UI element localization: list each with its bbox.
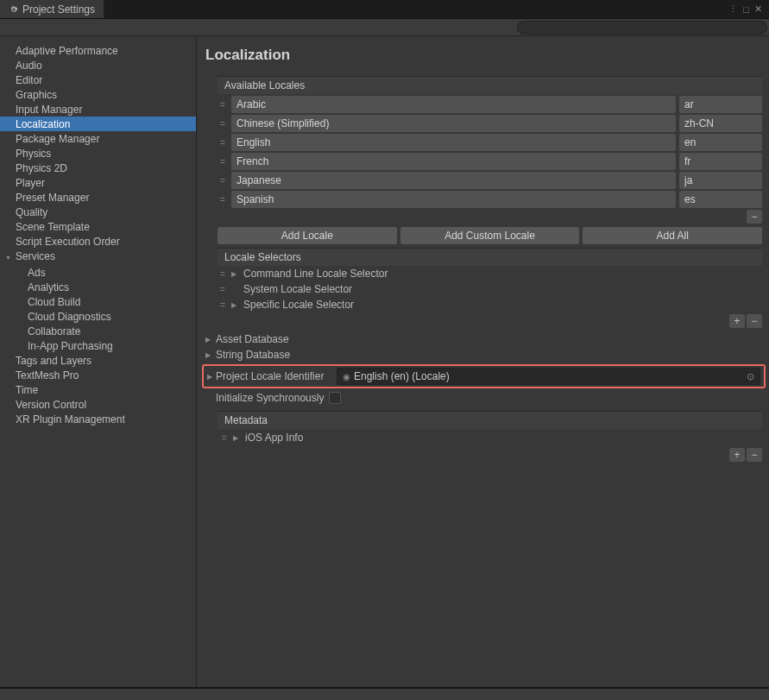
sidebar-item-adaptive-performance[interactable]: Adaptive Performance [0,43,196,58]
foldout-icon[interactable]: ▶ [207,373,216,381]
add-all-button[interactable]: Add All [583,227,762,244]
foldout-icon: ▶ [233,434,242,442]
drag-handle-icon[interactable]: = [217,176,228,186]
foldout-icon: ▶ [205,351,214,359]
selector-list: =▶Command Line Locale Selector=System Lo… [205,266,762,312]
locale-row: = [217,96,762,113]
sidebar-item-collaborate[interactable]: Collaborate [0,324,196,338]
sidebar-item-scene-template[interactable]: Scene Template [0,219,196,234]
locale-asset-icon: ◉ [343,372,350,382]
drag-handle-icon[interactable]: = [219,433,230,443]
init-sync-checkbox[interactable] [329,392,341,404]
sidebar-item-editor[interactable]: Editor [0,73,196,87]
gear-icon [9,3,19,16]
locale-name-field[interactable] [231,96,676,113]
sidebar-item-physics[interactable]: Physics [0,146,196,161]
drag-handle-icon[interactable]: = [217,195,228,205]
drag-handle-icon[interactable]: = [217,285,228,294]
locale-name-field[interactable] [231,134,676,151]
drag-handle-icon[interactable]: = [217,300,228,310]
sidebar-item-player[interactable]: Player [0,175,196,190]
page-title: Localization [205,47,762,64]
sidebar-item-localization[interactable]: Localization [0,117,196,131]
selector-label: System Locale Selector [243,283,352,295]
sidebar-item-in-app-purchasing[interactable]: In-App Purchasing [0,338,196,353]
locale-name-field[interactable] [231,153,676,170]
locale-name-field[interactable] [231,115,676,132]
selector-label: Specific Locale Selector [243,299,354,311]
tab-project-settings[interactable]: Project Settings [0,0,104,18]
add-metadata-button[interactable]: + [729,448,745,462]
asset-database-row[interactable]: ▶ Asset Database [205,331,762,347]
add-custom-locale-button[interactable]: Add Custom Locale [400,227,580,244]
available-locales-header: Available Locales [217,76,762,94]
project-locale-id-field[interactable]: ◉English (en) (Locale) ⊙ [337,368,760,385]
add-selector-button[interactable]: + [729,314,745,328]
tab-bar: Project Settings ⋮ □ ✕ [0,0,769,19]
sidebar-item-textmesh-pro[interactable]: TextMesh Pro [0,368,196,382]
maximize-icon[interactable]: □ [741,4,751,15]
foldout-icon: ▶ [231,270,240,278]
locale-name-field[interactable] [231,191,676,208]
project-locale-identifier-row: ▶ Project Locale Identifier ◉English (en… [202,364,766,388]
project-locale-id-label: Project Locale Identifier [216,370,331,382]
remove-selector-button[interactable]: − [747,314,762,328]
sidebar-item-time[interactable]: Time [0,382,196,397]
selector-row[interactable]: =▶Specific Locale Selector [205,297,762,312]
remove-metadata-button[interactable]: − [747,448,762,462]
window-controls: ⋮ □ ✕ [722,0,769,18]
drag-handle-icon[interactable]: = [217,100,228,110]
locale-row: = [217,172,762,189]
tab-bar-empty [104,0,722,18]
sidebar-item-analytics[interactable]: Analytics [0,280,196,294]
locale-row: = [217,191,762,208]
locale-code-field[interactable] [679,115,762,132]
locale-code-field[interactable] [679,134,762,151]
drag-handle-icon[interactable]: = [217,269,228,279]
locale-code-field[interactable] [679,153,762,170]
drag-handle-icon[interactable]: = [217,138,228,148]
selector-row[interactable]: =▶Command Line Locale Selector [205,266,762,281]
selector-row[interactable]: =System Locale Selector [205,281,762,297]
locale-row: = [217,153,762,170]
object-picker-icon[interactable]: ⊙ [747,371,754,382]
metadata-header: Metadata [217,411,762,429]
menu-icon[interactable]: ⋮ [727,3,740,15]
sidebar-item-audio[interactable]: Audio [0,58,196,73]
initialize-synchronously-row: Initialize Synchronously [205,390,762,406]
tab-label: Project Settings [22,3,95,16]
locale-list: ====== [217,96,762,208]
string-database-row[interactable]: ▶ String Database [205,347,762,363]
sidebar-item-preset-manager[interactable]: Preset Manager [0,190,196,205]
content-area: Localization Available Locales ====== − … [197,36,769,687]
search-input[interactable] [517,21,767,35]
sidebar-item-ads[interactable]: Ads [0,265,196,280]
drag-handle-icon[interactable]: = [217,157,228,167]
drag-handle-icon[interactable]: = [217,119,228,129]
sidebar-item-package-manager[interactable]: Package Manager [0,131,196,146]
locale-code-field[interactable] [679,172,762,189]
sidebar-item-cloud-build[interactable]: Cloud Build [0,294,196,309]
locale-name-field[interactable] [231,172,676,189]
sidebar-item-xr-plugin-management[interactable]: XR Plugin Management [0,412,196,426]
sidebar-item-tags-and-layers[interactable]: Tags and Layers [0,353,196,368]
locale-code-field[interactable] [679,96,762,113]
selector-label: Command Line Locale Selector [243,268,388,280]
sidebar-item-graphics[interactable]: Graphics [0,87,196,102]
sidebar-item-script-execution-order[interactable]: Script Execution Order [0,234,196,249]
sidebar: Adaptive PerformanceAudioEditorGraphicsI… [0,36,197,687]
add-locale-button[interactable]: Add Locale [217,227,397,244]
locale-row: = [217,115,762,132]
locale-row: = [217,134,762,151]
sidebar-item-cloud-diagnostics[interactable]: Cloud Diagnostics [0,309,196,324]
locale-code-field[interactable] [679,191,762,208]
sidebar-item-physics-2d[interactable]: Physics 2D [0,161,196,175]
metadata-item[interactable]: = ▶ iOS App Info [217,429,762,446]
sidebar-item-input-manager[interactable]: Input Manager [0,102,196,117]
sidebar-item-version-control[interactable]: Version Control [0,397,196,412]
sidebar-item-services[interactable]: Services [0,249,196,265]
sidebar-item-quality[interactable]: Quality [0,205,196,219]
toolbar: 🔍 [0,19,769,36]
close-icon[interactable]: ✕ [753,3,764,15]
remove-locale-button[interactable]: − [747,210,762,224]
